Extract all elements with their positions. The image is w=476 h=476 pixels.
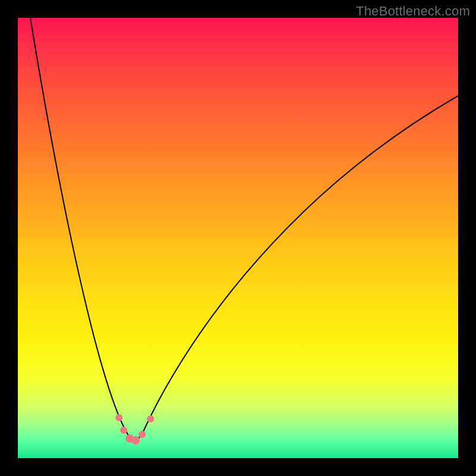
- curve-dot: [115, 414, 123, 421]
- curve-dot: [139, 431, 146, 438]
- curve-dot: [120, 427, 127, 434]
- watermark-text: TheBottleneck.com: [356, 4, 470, 19]
- curve-dots-group: [115, 414, 154, 444]
- curve-dot: [131, 436, 140, 444]
- curve-dot: [147, 415, 154, 422]
- bottleneck-curve: [30, 18, 458, 440]
- chart-plot-area: [18, 18, 458, 458]
- chart-svg: [18, 18, 458, 458]
